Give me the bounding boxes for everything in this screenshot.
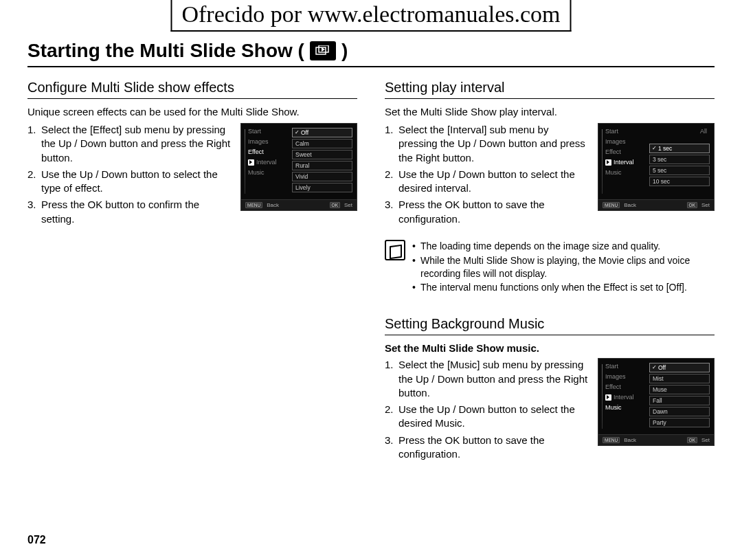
effects-screenshot: Start Images Effect Interval Music Off C… (240, 123, 357, 211)
option-selected: 1 sec (649, 144, 710, 153)
intro-effects: Unique screen effects can be used for th… (27, 106, 357, 117)
option-selected: Off (292, 128, 352, 137)
note-icon (385, 240, 405, 260)
left-column: Configure Multi Slide show effects Uniqu… (27, 80, 357, 464)
step: Press the OK button to save the configur… (385, 434, 588, 462)
play-icon (248, 159, 254, 166)
step: Use the Up / Down button to select the t… (27, 168, 231, 196)
note-item: While the Multi Slide Show is playing, t… (412, 254, 715, 280)
music-screenshot: Start Images Effect Interval Music Off M… (598, 358, 715, 446)
menu-item: Start (605, 363, 645, 370)
option-selected: Off (649, 363, 710, 372)
option: 3 sec (649, 155, 710, 164)
menu-button-icon: MENU (603, 437, 620, 443)
step: Press the OK button to confirm the setti… (27, 198, 231, 226)
interval-screenshot: Start Images Effect Interval Music All 1… (598, 123, 715, 211)
set-label: Set (344, 202, 352, 208)
step: Select the [Interval] sub menu by pressi… (385, 123, 588, 165)
play-icon (605, 394, 611, 401)
watermark-banner: Ofrecido por www.electromanuales.com (170, 0, 571, 32)
step: Use the Up / Down button to select the d… (385, 403, 588, 431)
option: Rural (292, 161, 352, 170)
page-title: Starting the Multi Slide Show ( ) (27, 40, 715, 67)
option: Dawn (649, 407, 710, 416)
right-value: All (649, 128, 710, 135)
back-label: Back (624, 437, 636, 443)
intro-interval: Set the Multi Slide Show play interval. (385, 106, 715, 117)
slideshow-icon (310, 41, 336, 60)
menu-item: Interval (248, 159, 288, 166)
menu-item: Music (605, 169, 645, 176)
option: 5 sec (649, 166, 710, 175)
menu-item-selected: Interval (605, 159, 645, 166)
menu-item-selected: Effect (248, 148, 288, 155)
menu-item-selected: Music (605, 404, 645, 411)
svg-rect-0 (316, 47, 326, 54)
option: Vivid (292, 172, 352, 181)
menu-item: Images (605, 138, 645, 145)
steps-effects: Select the [Effect] sub menu by pressing… (27, 123, 231, 229)
menu-item: Music (248, 169, 288, 176)
right-column: Setting play interval Set the Multi Slid… (385, 80, 715, 464)
menu-item: Images (248, 138, 288, 145)
menu-item: Effect (605, 383, 645, 390)
svg-marker-2 (322, 47, 325, 52)
subhead-music: Setting Background Music (385, 316, 715, 335)
steps-interval: Select the [Interval] sub menu by pressi… (385, 123, 588, 229)
option: Lively (292, 183, 352, 192)
note-item: The interval menu functions only when th… (412, 281, 715, 294)
step: Press the OK button to save the configur… (385, 198, 588, 226)
page-number: 072 (27, 534, 46, 546)
page-title-suffix: ) (341, 40, 348, 62)
intro-music: Set the Multi Slide Show music. (385, 342, 715, 354)
option: Party (649, 418, 710, 427)
back-label: Back (624, 202, 636, 208)
ok-button-icon: OK (687, 437, 697, 443)
note-list: The loading time depends on the image si… (412, 240, 715, 296)
set-label: Set (701, 202, 710, 208)
option: Calm (292, 139, 352, 148)
note-item: The loading time depends on the image si… (412, 240, 715, 253)
menu-button-icon: MENU (245, 202, 262, 208)
set-label: Set (701, 437, 710, 443)
step: Select the [Music] sub menu by pressing … (385, 358, 588, 400)
subhead-interval: Setting play interval (385, 80, 715, 99)
menu-item: Start (605, 128, 645, 135)
option: Sweet (292, 150, 352, 159)
play-icon (605, 159, 611, 166)
step: Use the Up / Down button to select the d… (385, 168, 588, 196)
option: Mist (649, 374, 710, 383)
menu-item: Effect (605, 148, 645, 155)
option: Muse (649, 385, 710, 394)
back-label: Back (267, 202, 279, 208)
menu-item: Start (248, 128, 288, 135)
note-block: The loading time depends on the image si… (385, 240, 715, 296)
subhead-effects: Configure Multi Slide show effects (27, 80, 357, 99)
menu-item: Interval (605, 394, 645, 401)
option: Fall (649, 396, 710, 405)
steps-music: Select the [Music] sub menu by pressing … (385, 358, 588, 464)
menu-button-icon: MENU (603, 202, 620, 208)
ok-button-icon: OK (687, 202, 697, 208)
ok-button-icon: OK (330, 202, 340, 208)
option: 10 sec (649, 177, 710, 186)
step: Select the [Effect] sub menu by pressing… (27, 123, 231, 165)
page-title-prefix: Starting the Multi Slide Show ( (27, 40, 304, 62)
menu-item: Images (605, 373, 645, 380)
